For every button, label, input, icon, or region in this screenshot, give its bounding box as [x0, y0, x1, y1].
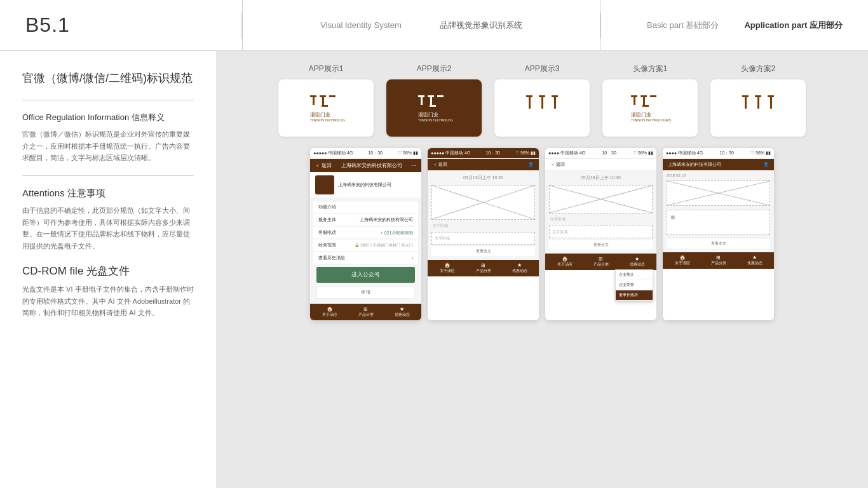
svg-rect-9 [428, 95, 434, 97]
phone3-img-svg-1 [550, 186, 652, 213]
svg-rect-23 [641, 95, 647, 97]
phone3-dropdown-1[interactable]: 企业简介 [616, 270, 653, 280]
phone1-menu-3[interactable]: 客服电话 + 021-98888888 [313, 227, 418, 238]
svg-rect-34 [757, 97, 759, 109]
svg-rect-11 [421, 97, 423, 105]
phone3-battery: ♡ 98% ▮▮ [633, 151, 653, 156]
phone1-footer-3[interactable]: ★ 优惠动态 [395, 306, 410, 318]
phone-mockup-4: ●●●● 中国移动 4G 10：30 ♡ 98% ▮▮ 上海碼米安的科技有限公司… [663, 148, 774, 320]
phone4-battery: ♡ 98% ▮▮ [750, 151, 771, 156]
phone2-chat-area: 05月13日上午 10:30 文字区域 文字区域 查看全文 [428, 171, 539, 260]
phone1-more-icon[interactable]: ⋯ [411, 163, 416, 168]
phone1-green-btn[interactable]: 进入公众号 [316, 267, 415, 283]
phone4-footer-2[interactable]: ⊞ 产品分类 [711, 255, 726, 266]
app-showcase-labels: APP展示1 湯臣门业 TOMSON TECHNOLOGIES [235, 64, 849, 137]
phone1-menu-1[interactable]: 功能介绍 [313, 201, 418, 213]
phone1-menu-4[interactable]: 经营范围 🔒 消防门 不锈钢门 卷村门 防火门 [313, 240, 418, 251]
phone3-text-area: 文字区域 [549, 226, 653, 238]
phone4-footer-label-3: 优惠动态 [747, 261, 763, 266]
header-center: Visual Identity System 品牌视觉形象识别系统 [242, 0, 600, 50]
phone1-menu-2[interactable]: 服务主体 上海碼米安的科技有限公司 [313, 214, 418, 226]
phone3-footer-1[interactable]: 🏠 关于汤臣 [557, 256, 573, 268]
svg-text:TOMSON TECHNOLOGIES: TOMSON TECHNOLOGIES [418, 118, 453, 122]
app-item-5: 头像方案2 [710, 64, 806, 137]
phone4-statusbar: ●●●● 中国移动 4G 10：30 ♡ 98% ▮▮ [663, 148, 774, 159]
app-label-5: 头像方案2 [741, 64, 776, 74]
logo-svg-5 [739, 92, 777, 124]
svg-rect-26 [643, 97, 645, 105]
phone3-footer-label-1: 关于汤臣 [557, 262, 573, 268]
svg-text:湯臣门业: 湯臣门业 [631, 112, 651, 118]
logo-3 [523, 92, 561, 124]
logo-4: 湯臣门业 TOMSON TECHNOLOGIES [628, 92, 672, 124]
phone2-user-icon: 👤 [528, 162, 534, 167]
phone1-footer-label-1: 关于汤臣 [322, 312, 337, 318]
attentions-body: 由于信息的不确定性，此页部分规范（如文字大小、间距等）可作为参考使用，具体可根据… [22, 205, 194, 252]
office-reg-title: Office Regulation Information 信息释义 [22, 112, 194, 123]
phone3-footer-3[interactable]: ★ 优惠动态 [630, 256, 645, 268]
phone4-date: 2018.05.18 [665, 172, 772, 179]
phone4-footer-1[interactable]: 🏠 关于汤臣 [675, 255, 690, 266]
phone1-menu-label-4: 经营范围 [318, 242, 336, 248]
svg-rect-17 [539, 95, 545, 97]
svg-rect-1 [320, 95, 326, 97]
phone3-dropdown[interactable]: 企业简介 企业荣誉 董事长致辞 [615, 269, 653, 301]
phone3-footer: 🏠 关于汤臣 ⊞ 产品分类 ★ 优惠动态 [545, 254, 656, 270]
phone1-footer-2[interactable]: ⊞ 产品分类 [358, 306, 374, 318]
phone2-footer: 🏠 关于汤臣 ⊞ 产品分类 ★ 优惠动态 [428, 260, 539, 276]
phone1-footer-label-2: 产品分类 [358, 312, 374, 318]
phone4-text-col: 内容区域 [665, 208, 772, 237]
phone4-footer-3[interactable]: ★ 优惠动态 [747, 255, 763, 266]
phone4-view-all[interactable]: 查看全文 [667, 239, 770, 248]
phone4-footer: 🏠 关于汤臣 ⊞ 产品分类 ★ 优惠动态 [663, 252, 774, 269]
phone1-menu-5[interactable]: 查看历史消息 › [313, 252, 418, 264]
phone2-view-all[interactable]: 查看全文 [431, 247, 535, 256]
phone3-body: 05月18日上午 10:30 文字区域 文字区域 查看全文 企业简介 [545, 171, 656, 254]
phone2-footer-3[interactable]: ★ 优惠动态 [512, 262, 527, 274]
phone3-image-1 [549, 185, 653, 214]
logo-svg-4: 湯臣门业 TOMSON TECHNOLOGIES [628, 92, 672, 124]
svg-rect-35 [770, 97, 772, 109]
phone1-company-name: 上海碼米安的科技有限公司 [338, 182, 391, 188]
phone2-back[interactable]: ＜ 返回 👤 [428, 159, 539, 171]
phone3-footer-2[interactable]: ⊞ 产品分类 [593, 256, 609, 268]
phone2-footer-label-1: 关于汤臣 [440, 268, 455, 274]
phone1-back-icon[interactable]: ＜ 返回 [315, 162, 332, 169]
app-label-3: APP展示3 [525, 64, 560, 74]
phone1-report-btn[interactable]: 举 报 [316, 286, 415, 299]
logo-svg-1: 湯臣门业 TOMSON TECHNOLOGIES [307, 92, 345, 124]
attentions-title: Attentions 注意事项 [22, 187, 194, 200]
phone2-footer-1[interactable]: 🏠 关于汤臣 [440, 262, 455, 274]
phone1-scope: 🔒 消防门 不锈钢门 卷村门 防火门 [355, 243, 413, 248]
svg-rect-3 [313, 97, 315, 105]
phone3-back[interactable]: ＜ 返回 [545, 159, 656, 171]
app-item-1: APP展示1 湯臣门业 TOMSON TECHNOLOGIES [278, 64, 374, 137]
svg-rect-19 [529, 97, 531, 109]
phone-mockup-2: ●●●●● 中国移动 4G 10：30 ♡ 98% ▮▮ ＜ 返回 👤 05月1… [428, 148, 539, 320]
phone1-company-info: 上海碼米安的科技有限公司 [338, 182, 391, 188]
phone2-battery: ♡ 98% ▮▮ [515, 151, 536, 156]
phone4-time: 10：30 [719, 150, 734, 156]
phone2-footer-2[interactable]: ⊞ 产品分类 [476, 262, 491, 274]
phone1-logo-icon [315, 175, 334, 194]
header-left: B5.1 [25, 13, 241, 37]
phone2-footer-label-2: 产品分类 [476, 268, 491, 274]
svg-rect-5 [322, 105, 328, 107]
phone1-footer-1[interactable]: 🏠 关于汤臣 [322, 306, 337, 318]
phone3-view-all[interactable]: 查看全文 [549, 240, 653, 250]
nav-application[interactable]: Application part 应用部分 [744, 20, 843, 31]
phone4-header: 上海碼米安的科技有限公司 👤 [663, 159, 774, 170]
svg-rect-31 [755, 95, 761, 97]
nav-basic[interactable]: Basic part 基础部分 [647, 20, 719, 31]
svg-rect-0 [310, 95, 316, 97]
left-panel: 官微（微博/微信/二维码)标识规范 Office Regulation Info… [0, 51, 216, 488]
phone3-dropdown-2[interactable]: 企业荣誉 [616, 280, 653, 290]
phone2-img-svg [432, 186, 534, 219]
phone-mockups-row: ●●●●● 中国移动 4G 10：30 ♡ 98% ▮▮ ＜ 返回 上海碼米安的… [235, 148, 849, 320]
office-reg-body: 官微（微博／微信）标识规范是企业对外宣传的重要媒介之一，应用时根据本手册规范统一… [22, 128, 194, 164]
svg-rect-22 [631, 95, 637, 97]
header-right: Basic part 基础部分 Application part 应用部分 [601, 20, 843, 31]
phone3-date: 05月18日上午 10:30 [547, 173, 654, 183]
phone3-dropdown-3[interactable]: 董事长致辞 [616, 290, 653, 301]
svg-rect-30 [742, 95, 749, 97]
